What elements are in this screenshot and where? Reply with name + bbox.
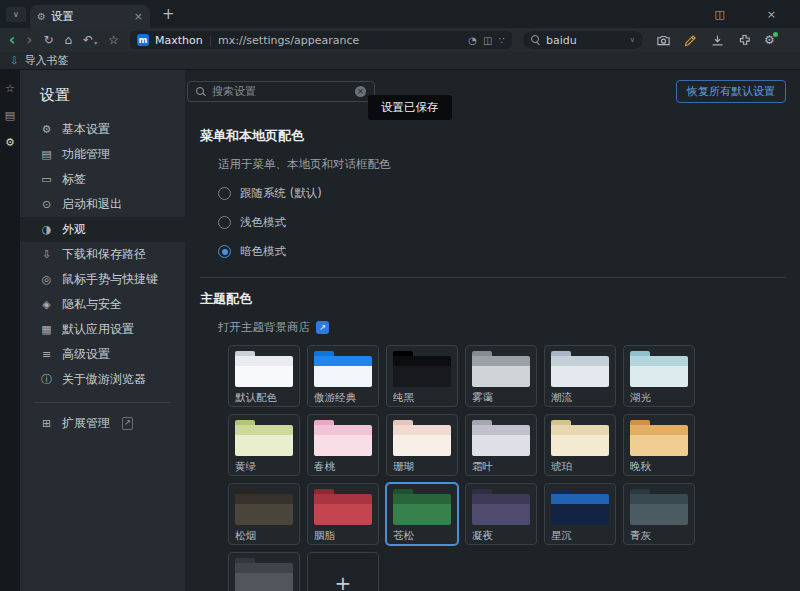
- theme-label: 胭脂: [314, 529, 372, 543]
- favorites-icon[interactable]: ☆: [5, 82, 15, 95]
- settings-icon[interactable]: ⚙: [5, 136, 15, 149]
- theme-label: 湖光: [630, 391, 688, 405]
- theme-card[interactable]: 潮流: [544, 345, 616, 407]
- features-icon: ▤: [40, 148, 53, 161]
- color-mode-option[interactable]: 暗色模式: [218, 244, 786, 259]
- sidebar-item[interactable]: ⊙启动和退出: [20, 192, 185, 217]
- sidebar-item-label: 外观: [62, 221, 86, 238]
- sidebar-item-label: 鼠标手势与快捷键: [62, 271, 158, 288]
- plus-icon: +: [335, 571, 352, 591]
- panels-icon[interactable]: ▤: [5, 109, 15, 122]
- theme-store-link[interactable]: 打开主题背景商店 ↗: [218, 320, 786, 335]
- extensions-icon[interactable]: [737, 33, 752, 48]
- sidebar-item[interactable]: ⚙基本设置: [20, 117, 185, 142]
- theme-card[interactable]: 雾霭: [465, 345, 537, 407]
- theme-card[interactable]: 星沉: [544, 483, 616, 545]
- theme-card[interactable]: 琥珀: [544, 414, 616, 476]
- theme-card[interactable]: 胭脂: [307, 483, 379, 545]
- theme-card[interactable]: 晚秋: [623, 414, 695, 476]
- add-theme-button[interactable]: +: [307, 552, 379, 591]
- sidebar-item[interactable]: ▤功能管理: [20, 142, 185, 167]
- theme-preview-part: [235, 425, 293, 435]
- theme-card[interactable]: 纯黑: [386, 345, 458, 407]
- sidebar-item[interactable]: ≡高级设置: [20, 342, 185, 367]
- restore-defaults-button[interactable]: 恢复所有默认设置: [676, 80, 786, 103]
- sidebar-item[interactable]: ⇩下载和保存路径: [20, 242, 185, 267]
- miniapp-icon[interactable]: ∵: [499, 35, 505, 46]
- theme-preview-part: [630, 425, 688, 435]
- theme-card[interactable]: 默认配色: [228, 345, 300, 407]
- note-icon[interactable]: [683, 33, 698, 48]
- undo-button[interactable]: ↶ ▾: [83, 34, 97, 46]
- sidebar-item[interactable]: ◑外观: [20, 217, 185, 242]
- back-icon[interactable]: ‹: [9, 33, 15, 48]
- theme-preview: [551, 420, 609, 456]
- theme-preview-part: [393, 504, 451, 525]
- color-mode-option[interactable]: 跟随系统 (默认): [218, 186, 786, 201]
- window-close-icon[interactable]: ×: [767, 8, 776, 21]
- theme-card[interactable]: 黄绿: [228, 414, 300, 476]
- sidebar-item[interactable]: ▦默认应用设置: [20, 317, 185, 342]
- theme-preview-part: [472, 504, 530, 525]
- theme-label: 默认配色: [235, 391, 293, 405]
- home-icon[interactable]: ⌂: [64, 34, 72, 46]
- external-link-icon: ↗: [122, 417, 133, 429]
- download-icon[interactable]: [710, 33, 725, 48]
- tabs-icon: ▭: [40, 173, 53, 186]
- address-bar[interactable]: m Maxthon | mx://settings/appearance ◔ ◫…: [130, 31, 512, 49]
- theme-card[interactable]: 春桃: [307, 414, 379, 476]
- radio-selected-icon: [218, 245, 231, 258]
- refresh-icon[interactable]: ↻: [43, 34, 53, 46]
- theme-card[interactable]: 苍松: [386, 483, 458, 545]
- theme-card[interactable]: 傲游经典: [307, 345, 379, 407]
- theme-preview-part: [393, 425, 451, 435]
- settings-search-input[interactable]: [212, 85, 349, 98]
- theme-preview-part: [235, 563, 293, 573]
- status-dot: [773, 32, 778, 37]
- quick-search-box[interactable]: baidu ∨: [523, 31, 643, 49]
- advanced-icon: ≡: [40, 348, 53, 361]
- theme-preview-part: [235, 504, 293, 525]
- sidebar-item[interactable]: ◎鼠标手势与快捷键: [20, 267, 185, 292]
- import-bookmarks-button[interactable]: 导入书签: [24, 53, 68, 68]
- sidebar-item-extensions[interactable]: ⊞ 扩展管理 ↗: [20, 411, 185, 436]
- theme-preview: [235, 558, 293, 591]
- theme-card[interactable]: 青灰: [623, 483, 695, 545]
- sidebar-item[interactable]: ◈隐私与安全: [20, 292, 185, 317]
- default-apps-icon: ▦: [40, 323, 53, 336]
- theme-preview: [472, 420, 530, 456]
- color-mode-option[interactable]: 浅色模式: [218, 215, 786, 230]
- theme-card[interactable]: 凝夜: [465, 483, 537, 545]
- forward-icon[interactable]: ›: [26, 33, 32, 48]
- theme-card[interactable]: 松烟: [228, 483, 300, 545]
- voice-read-icon[interactable]: ◔: [468, 35, 477, 46]
- new-tab-button[interactable]: +: [162, 7, 175, 22]
- workspace-icon[interactable]: ◫: [714, 8, 724, 21]
- settings-search-box[interactable]: ×: [187, 81, 375, 102]
- theme-preview-part: [314, 504, 372, 525]
- theme-card[interactable]: 湖光: [623, 345, 695, 407]
- section-subtitle: 适用于菜单、本地页和对话框配色: [218, 157, 786, 172]
- chevron-down-icon: ∨: [13, 10, 19, 19]
- split-screen-icon[interactable]: ◫: [483, 35, 492, 46]
- tab-list-button[interactable]: ∨: [6, 7, 26, 22]
- theme-preview-part: [551, 435, 609, 456]
- close-icon[interactable]: ×: [134, 10, 143, 23]
- settings-menu: ⚙基本设置▤功能管理▭标签⊙启动和退出◑外观⇩下载和保存路径◎鼠标手势与快捷键◈…: [20, 117, 185, 392]
- sidebar-item[interactable]: ⓘ关于傲游浏览器: [20, 367, 185, 392]
- theme-card[interactable]: 暗夜: [228, 552, 300, 591]
- browser-tab-settings[interactable]: ⚙ 设置 ×: [30, 5, 150, 28]
- theme-card[interactable]: 霜叶: [465, 414, 537, 476]
- star-icon[interactable]: ☆: [108, 34, 119, 46]
- search-engine-value: baidu: [546, 34, 625, 47]
- theme-card[interactable]: 珊瑚: [386, 414, 458, 476]
- theme-preview-part: [393, 494, 451, 504]
- extensions-icon: ⊞: [40, 417, 53, 430]
- theme-preview: [472, 351, 530, 387]
- about-icon: ⓘ: [40, 372, 53, 387]
- theme-preview: [472, 489, 530, 525]
- main-menu-gear-icon[interactable]: ⚙: [764, 33, 775, 47]
- camera-icon[interactable]: [656, 33, 671, 48]
- sidebar-item[interactable]: ▭标签: [20, 167, 185, 192]
- clear-search-icon[interactable]: ×: [355, 86, 366, 97]
